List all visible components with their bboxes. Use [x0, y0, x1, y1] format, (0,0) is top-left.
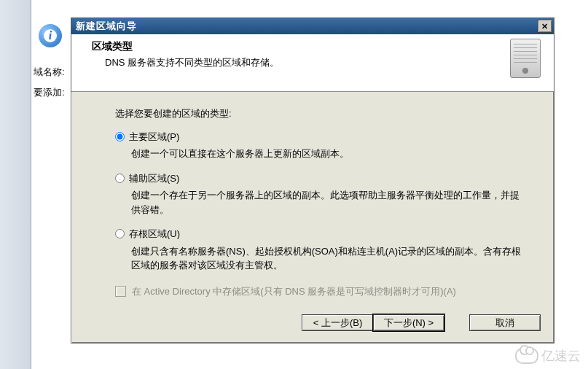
cloud-icon [515, 348, 538, 364]
wizard-button-row: < 上一步(B) 下一步(N) > 取消 [302, 314, 541, 331]
titlebar-text: 新建区域向导 [76, 20, 137, 33]
radio-stub-row[interactable]: 存根区域(U) [115, 227, 525, 241]
radio-secondary[interactable] [115, 174, 125, 183]
ad-store-checkbox [115, 286, 126, 297]
radio-primary-desc: 创建一个可以直接在这个服务器上更新的区域副本。 [131, 147, 525, 161]
wizard-header: 区域类型 DNS 服务器支持不同类型的区域和存储。 [71, 34, 554, 92]
zone-type-prompt: 选择您要创建的区域的类型: [115, 106, 525, 121]
wizard-content: 选择您要创建的区域的类型: 主要区域(P) 创建一个可以直接在这个服务器上更新的… [71, 92, 554, 298]
window-frame-left [0, 0, 31, 369]
ad-store-label: 在 Active Directory 中存储区域(只有 DNS 服务器是可写域控… [132, 284, 456, 299]
back-button[interactable]: < 上一步(B) [302, 314, 373, 331]
radio-secondary-desc: 创建一个存在于另一个服务器上的区域的副本。此选项帮助主服务器平衡处理的工作量，并… [131, 188, 525, 217]
radio-secondary-label: 辅助区域(S) [129, 171, 179, 186]
info-icon: i [39, 24, 62, 47]
cancel-button[interactable]: 取消 [469, 314, 541, 331]
ad-store-checkbox-row: 在 Active Directory 中存储区域(只有 DNS 服务器是可写域控… [115, 284, 525, 299]
radio-stub-desc: 创建只含有名称服务器(NS)、起始授权机构(SOA)和粘连主机(A)记录的区域的… [131, 244, 525, 273]
radio-stub-label: 存根区域(U) [129, 227, 180, 241]
radio-primary[interactable] [115, 132, 125, 141]
titlebar: 新建区域向导 ✕ [71, 18, 554, 34]
header-subtitle: DNS 服务器支持不同类型的区域和存储。 [105, 56, 541, 69]
radio-secondary-row[interactable]: 辅助区域(S) [115, 171, 525, 186]
radio-primary-row[interactable]: 主要区域(P) [115, 130, 525, 144]
watermark: 亿速云 [515, 347, 581, 365]
bg-label-add: 要添加: [34, 86, 65, 99]
server-icon [510, 39, 545, 81]
watermark-text: 亿速云 [541, 347, 581, 365]
radio-stub[interactable] [115, 229, 125, 238]
radio-primary-label: 主要区域(P) [129, 130, 179, 144]
header-title: 区域类型 [92, 40, 541, 53]
wizard-dialog: 新建区域向导 ✕ 区域类型 DNS 服务器支持不同类型的区域和存储。 选择您要创… [71, 18, 554, 343]
bg-label-domain: 域名称: [34, 66, 65, 79]
next-button[interactable]: 下一步(N) > [373, 314, 444, 331]
close-button[interactable]: ✕ [538, 20, 552, 33]
